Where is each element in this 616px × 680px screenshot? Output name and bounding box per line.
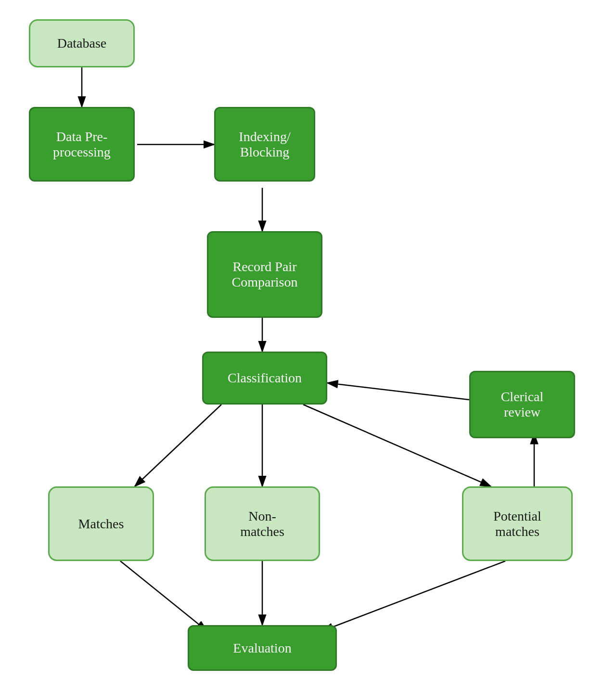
recordpair-label: Record PairComparison — [232, 259, 298, 290]
recordpair-node: Record PairComparison — [207, 231, 322, 318]
svg-line-6 — [303, 405, 491, 486]
nonmatches-label: Non-matches — [240, 509, 284, 539]
potentialmatches-node: Potentialmatches — [462, 486, 573, 561]
database-node: Database — [29, 19, 135, 67]
clerical-node: Clericalreview — [469, 371, 575, 438]
svg-line-4 — [135, 405, 221, 486]
classification-label: Classification — [228, 370, 302, 386]
svg-line-11 — [322, 561, 505, 631]
matches-label: Matches — [78, 516, 124, 532]
evaluation-label: Evaluation — [233, 641, 291, 656]
matches-node: Matches — [48, 486, 154, 561]
svg-line-9 — [120, 561, 207, 631]
indexing-node: Indexing/Blocking — [214, 107, 315, 182]
clerical-label: Clericalreview — [501, 389, 544, 420]
indexing-label: Indexing/Blocking — [239, 129, 290, 160]
preprocessing-node: Data Pre-processing — [29, 107, 135, 182]
classification-node: Classification — [202, 352, 327, 405]
svg-line-8 — [327, 383, 469, 400]
database-label: Database — [57, 36, 107, 51]
evaluation-node: Evaluation — [188, 625, 337, 671]
nonmatches-node: Non-matches — [205, 486, 320, 561]
preprocessing-label: Data Pre-processing — [53, 129, 111, 160]
potentialmatches-label: Potentialmatches — [493, 509, 541, 539]
